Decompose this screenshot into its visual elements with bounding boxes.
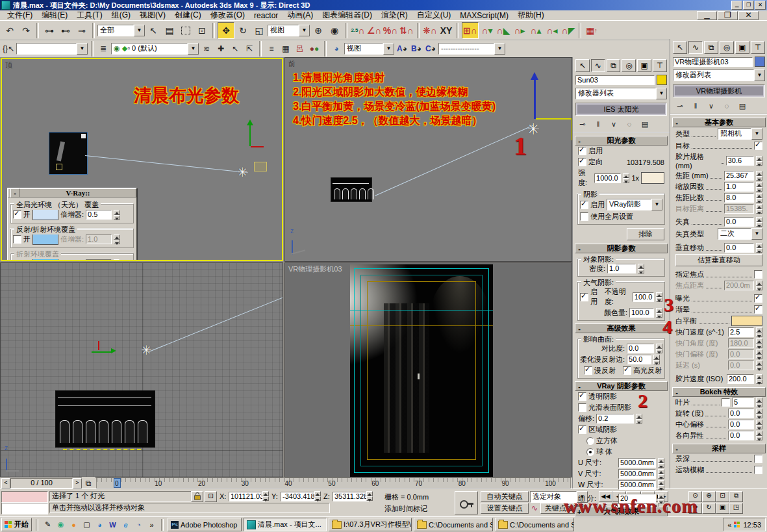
spinner[interactable] <box>658 469 664 479</box>
vray-rollout-header[interactable]: - V-Ray:: <box>8 188 136 197</box>
viewport-top-label[interactable]: 顶 <box>5 60 12 70</box>
modifier-list-combo[interactable]: 修改器列表▼ <box>575 88 667 99</box>
contrast-field[interactable]: 0.0 <box>627 344 654 353</box>
task-folder-docs1[interactable]: C:\Documents and Settin... <box>414 518 493 531</box>
schematic-view-icon[interactable]: ∩◤ <box>560 23 576 38</box>
render-preset-b-icon[interactable]: B◕ <box>410 42 423 55</box>
spinner[interactable] <box>756 398 762 407</box>
specular-checkbox[interactable] <box>623 366 631 375</box>
density-field[interactable]: 1.0 <box>607 264 636 273</box>
layer-manager-list-icon[interactable]: ≡ <box>265 42 278 55</box>
center-bias-field[interactable]: 0.0 <box>728 420 754 429</box>
minimize-button[interactable]: ＿ <box>731 1 742 10</box>
spinner[interactable] <box>623 173 629 183</box>
targeted-checkbox[interactable] <box>754 142 762 150</box>
rollout-header[interactable]: -采样 <box>672 444 766 453</box>
quicklaunch-mediaplayer-icon[interactable]: ◕ <box>94 519 105 530</box>
target-distance-field[interactable]: 15385. <box>724 204 754 214</box>
menu-animation[interactable]: 动画(A) <box>283 10 318 21</box>
motion-tab-icon[interactable]: ◎ <box>720 41 734 54</box>
rollout-header[interactable]: -高级效果 <box>575 323 668 333</box>
refraction-on-checkbox[interactable] <box>13 260 21 261</box>
spinner[interactable] <box>756 182 762 192</box>
show-end-result-icon[interactable]: ‖ <box>690 101 701 111</box>
spinner[interactable] <box>658 458 664 468</box>
quicklaunch-pencil-icon[interactable]: ✎ <box>42 519 53 530</box>
task-3dsmax[interactable]: 清晨.max - 项目文... <box>244 518 327 531</box>
shadow-type-combo[interactable]: VRay阴影▼ <box>607 199 662 210</box>
redo-icon[interactable]: ↷ <box>18 23 34 38</box>
spinner[interactable] <box>314 491 321 501</box>
track-bar[interactable]: 0 10 20 30 40 50 60 70 80 90 100 <box>96 477 571 488</box>
light-gizmo-star-icon[interactable]: ✳ <box>141 342 152 358</box>
distortion-field[interactable]: 0.0 <box>724 217 754 227</box>
named-selection-icon[interactable]: ∩▾ <box>479 23 495 38</box>
tray-windows-icon[interactable] <box>734 522 740 528</box>
viewport-camera[interactable]: VR物理摄影机03 <box>284 262 572 477</box>
focal-length-field[interactable]: 25.367 <box>724 171 754 181</box>
utilities-tab-icon[interactable]: ⊤ <box>751 41 765 54</box>
gi-color-swatch[interactable] <box>32 209 58 220</box>
quicklaunch-desktop-icon[interactable]: ▢ <box>81 519 92 530</box>
wsize-field[interactable]: 5000.0mm <box>618 480 656 490</box>
hierarchy-icon[interactable]: 呂 <box>294 42 307 55</box>
window-crossing-icon[interactable]: ⊡ <box>194 23 210 38</box>
restore-button[interactable]: ❐ <box>743 1 754 10</box>
chevron-down-icon[interactable]: ▼ <box>299 25 310 36</box>
snowflake-snap-icon[interactable]: ❋∩ <box>422 23 438 38</box>
quicklaunch-word-icon[interactable]: W <box>107 519 118 530</box>
next-frame-icon[interactable]: > <box>73 478 82 488</box>
fnumber-field[interactable]: 8.0 <box>724 193 754 203</box>
mirror-icon[interactable]: ∩◣ <box>496 23 511 38</box>
pin-stack-icon[interactable]: ⊸ <box>674 101 686 111</box>
spinner[interactable] <box>756 243 762 253</box>
hierarchy-tab-icon[interactable]: ⧉ <box>704 41 718 54</box>
camera-type-combo[interactable]: 照相机▼ <box>718 128 762 140</box>
zoom-region-icon[interactable]: ⧉ <box>729 491 743 502</box>
exposure-checkbox[interactable] <box>754 294 762 303</box>
doc-minimize-button[interactable]: ＿ <box>697 11 717 20</box>
rollout-header[interactable]: -阴影参数 <box>575 244 668 253</box>
object-name-field[interactable]: Sun03 <box>575 75 655 85</box>
menu-maxscript[interactable]: MAXScript(M) <box>455 11 513 20</box>
object-name-field[interactable]: VR物理摄影机03 <box>673 57 753 67</box>
menu-create[interactable]: 创建(C) <box>170 10 206 21</box>
spinner[interactable] <box>636 414 642 424</box>
anisotropy-field[interactable]: 0.0 <box>728 431 754 440</box>
gi-multiplier-field[interactable]: 0.5 <box>86 210 112 220</box>
zoom-factor-field[interactable]: 1.0 <box>724 182 754 192</box>
film-speed-field[interactable]: 200.0 <box>727 374 754 384</box>
chevron-down-icon[interactable]: ▼ <box>751 128 762 140</box>
macro-recorder-field[interactable] <box>1 491 48 503</box>
start-button[interactable]: 开始 <box>1 518 32 531</box>
render-preset-c-icon[interactable]: C◕ <box>424 42 437 55</box>
use-global-checkbox[interactable] <box>580 212 588 221</box>
white-balance-swatch[interactable] <box>731 316 762 326</box>
refraction-multiplier-field[interactable]: 1.0 <box>86 259 112 261</box>
select-and-rotate-icon[interactable]: ↻ <box>235 23 251 38</box>
menu-views[interactable]: 视图(V) <box>135 10 170 21</box>
spinner[interactable] <box>756 431 762 440</box>
vertical-shift-field[interactable]: 0.0 <box>724 243 754 253</box>
spinner[interactable] <box>114 234 120 244</box>
rollout-header[interactable]: -基本参数 <box>672 118 766 127</box>
spinner-snap-icon[interactable]: ⇅∩ <box>399 23 414 38</box>
spinner[interactable] <box>756 156 762 166</box>
curve-editor-icon[interactable]: ∩◂ <box>544 23 560 38</box>
spinner[interactable] <box>638 264 644 273</box>
guess-vertical-button[interactable]: 估算垂直移动 <box>675 254 762 266</box>
render-shortcut-teapot-icon[interactable]: ◕ <box>330 42 343 55</box>
quicklaunch-qq-icon[interactable]: ● <box>68 519 79 530</box>
selection-lock-icon[interactable] <box>191 491 203 502</box>
object-color-swatch[interactable] <box>657 75 667 85</box>
make-unique-icon[interactable]: ∨ <box>705 101 717 111</box>
chevron-down-icon[interactable]: ▼ <box>751 228 762 240</box>
usize-field[interactable]: 5000.0mm <box>618 458 656 468</box>
select-by-name-icon[interactable]: ▤ <box>162 23 177 38</box>
keyboard-override-icon[interactable]: XY <box>438 23 454 38</box>
task-photoshop[interactable]: Ps Adobe Photoshop <box>168 518 242 531</box>
pin-stack-icon[interactable]: ⊸ <box>577 119 588 129</box>
angle-snap-icon[interactable]: ∠∩ <box>366 23 382 38</box>
spinner[interactable] <box>756 204 762 214</box>
viewport-top[interactable]: 顶 清晨布光参数 ✳ - V-Ray:: 全局光环境 （天光） 覆 <box>1 58 283 261</box>
